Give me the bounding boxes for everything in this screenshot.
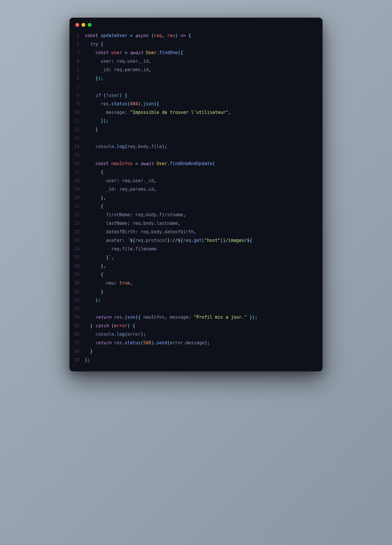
code-line[interactable]: 3 const user = await User.findOne({ bbox=[69, 49, 323, 57]
code-line[interactable]: 39}; bbox=[69, 356, 323, 364]
token: lastname bbox=[157, 221, 178, 226]
code-content[interactable]: lastName: req.body.lastname, bbox=[85, 219, 323, 228]
code-content[interactable]: _id: req.params.id, bbox=[85, 66, 323, 74]
code-line[interactable]: 18 user: req.user._id, bbox=[69, 177, 323, 185]
code-line[interactable]: 27 }`, bbox=[69, 253, 323, 262]
code-content[interactable]: { bbox=[85, 202, 323, 211]
token: body bbox=[146, 212, 157, 217]
code-line[interactable]: 17 { bbox=[69, 168, 323, 177]
code-line[interactable]: 7 bbox=[69, 83, 323, 91]
code-content[interactable]: console.log(error); bbox=[85, 330, 323, 339]
code-line[interactable]: 26 req.file.filename bbox=[69, 245, 323, 253]
code-content[interactable]: new: true, bbox=[85, 279, 323, 288]
code-line[interactable]: 5 _id: req.params.id, bbox=[69, 66, 323, 74]
code-content[interactable]: }); bbox=[85, 74, 323, 83]
code-content[interactable]: avatar: `${req.protocol}://${req.get("ho… bbox=[85, 236, 323, 245]
code-content[interactable]: try { bbox=[85, 40, 323, 49]
code-line[interactable]: 31 } bbox=[69, 288, 323, 296]
code-content[interactable]: return res.json({ newInfos, message: "Pr… bbox=[85, 313, 323, 322]
code-line[interactable]: 4 user: req.user._id, bbox=[69, 57, 323, 66]
code-line[interactable]: 19 _id: req.params.id, bbox=[69, 185, 323, 194]
code-line[interactable]: 36 console.log(error); bbox=[69, 330, 323, 339]
line-number: 19 bbox=[69, 185, 85, 194]
code-line[interactable]: 28 }, bbox=[69, 262, 323, 270]
token: console bbox=[95, 332, 114, 337]
code-content[interactable]: } bbox=[85, 347, 323, 356]
code-content[interactable]: user: req.user._id, bbox=[85, 177, 323, 185]
token bbox=[85, 101, 101, 107]
code-line[interactable]: 8 if (!user) { bbox=[69, 91, 323, 100]
code-content[interactable]: ); bbox=[85, 296, 323, 305]
code-line[interactable]: 25 avatar: `${req.protocol}://${req.get(… bbox=[69, 236, 323, 245]
token bbox=[85, 298, 95, 303]
code-content[interactable] bbox=[85, 83, 323, 91]
code-line[interactable]: 37 return res.status(500).send(error.mes… bbox=[69, 339, 323, 347]
code-content[interactable]: } bbox=[85, 125, 323, 134]
code-line[interactable]: 24 dateofBirth: req.body.dateofbirth, bbox=[69, 228, 323, 236]
code-line[interactable]: 22 firstName: req.body.firstname, bbox=[69, 211, 323, 219]
code-line[interactable]: 1const updateUser = async (req, res) => … bbox=[69, 31, 323, 40]
token bbox=[111, 315, 114, 320]
code-line[interactable]: 32 ); bbox=[69, 296, 323, 305]
code-content[interactable]: message: "Impossible de trouver l'utilis… bbox=[85, 108, 323, 117]
maximize-icon[interactable] bbox=[88, 23, 92, 27]
code-line[interactable]: 12 } bbox=[69, 125, 323, 134]
code-content[interactable]: return res.status(500).send(error.messag… bbox=[85, 339, 323, 347]
code-content[interactable]: const updateUser = async (req, res) => { bbox=[85, 31, 323, 40]
code-line[interactable]: 11 }); bbox=[69, 117, 323, 125]
code-line[interactable]: 13 bbox=[69, 134, 323, 142]
code-line[interactable]: 23 lastName: req.body.lastname, bbox=[69, 219, 323, 228]
code-content[interactable]: dateofBirth: req.body.dateofbirth, bbox=[85, 228, 323, 236]
minimize-icon[interactable] bbox=[82, 23, 85, 27]
code-content[interactable]: console.log(req.body.file); bbox=[85, 142, 323, 151]
token: get bbox=[194, 238, 202, 243]
code-line[interactable]: 16 const newInfos = await User.findOneAn… bbox=[69, 159, 323, 168]
token bbox=[85, 204, 101, 209]
code-content[interactable] bbox=[85, 151, 323, 159]
code-content[interactable]: if (!user) { bbox=[85, 91, 323, 100]
code-line[interactable]: 34 return res.json({ newInfos, message: … bbox=[69, 313, 323, 322]
code-content[interactable]: _id: req.params.id, bbox=[85, 185, 323, 194]
token: { bbox=[101, 170, 103, 175]
code-content[interactable]: req.file.filename bbox=[85, 245, 323, 253]
code-line[interactable]: 2 try { bbox=[69, 40, 323, 49]
code-content[interactable]: { bbox=[85, 168, 323, 177]
code-content[interactable] bbox=[85, 134, 323, 142]
code-line[interactable]: 35 } catch (error) { bbox=[69, 322, 323, 330]
code-content[interactable]: } bbox=[85, 288, 323, 296]
code-content[interactable]: user: req.user._id, bbox=[85, 57, 323, 66]
token: = bbox=[130, 33, 133, 38]
line-number: 16 bbox=[69, 159, 85, 168]
code-line[interactable]: 6 }); bbox=[69, 74, 323, 83]
code-line[interactable]: 30 new: true, bbox=[69, 279, 323, 288]
code-line[interactable]: 10 message: "Impossible de trouver l'uti… bbox=[69, 108, 323, 117]
code-content[interactable]: { bbox=[85, 270, 323, 279]
code-line[interactable]: 15 bbox=[69, 151, 323, 159]
code-content[interactable]: } catch (error) { bbox=[85, 322, 323, 330]
code-content[interactable]: }, bbox=[85, 194, 323, 202]
code-content[interactable]: }, bbox=[85, 262, 323, 270]
token: ) bbox=[103, 118, 106, 124]
token: log bbox=[117, 332, 124, 337]
code-line[interactable]: 20 }, bbox=[69, 194, 323, 202]
token: User bbox=[157, 161, 167, 166]
code-content[interactable]: const newInfos = await User.findOneAndUp… bbox=[85, 159, 323, 168]
token bbox=[149, 33, 151, 38]
code-content[interactable] bbox=[85, 305, 323, 313]
code-line[interactable]: 9 res.status(404).json({ bbox=[69, 100, 323, 108]
code-content[interactable]: firstName: req.body.firstname, bbox=[85, 211, 323, 219]
token: ( bbox=[151, 33, 154, 38]
code-content[interactable]: }); bbox=[85, 117, 323, 125]
code-line[interactable]: 29 { bbox=[69, 270, 323, 279]
code-line[interactable]: 21 { bbox=[69, 202, 323, 211]
code-line[interactable]: 38 } bbox=[69, 347, 323, 356]
code-line[interactable]: 33 bbox=[69, 305, 323, 313]
code-line[interactable]: 14 console.log(req.body.file); bbox=[69, 142, 323, 151]
token: req bbox=[141, 229, 149, 235]
code-content[interactable]: }; bbox=[85, 356, 323, 364]
code-content[interactable]: }`, bbox=[85, 253, 323, 262]
code-content[interactable]: res.status(404).json({ bbox=[85, 100, 323, 108]
code-editor[interactable]: 1const updateUser = async (req, res) => … bbox=[69, 30, 323, 364]
close-icon[interactable] bbox=[75, 23, 79, 27]
code-content[interactable]: const user = await User.findOne({ bbox=[85, 49, 323, 57]
